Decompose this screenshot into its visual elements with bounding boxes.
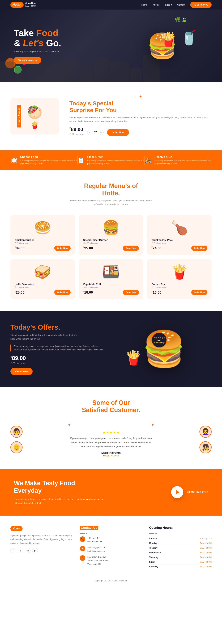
star-3: ★ (110, 431, 112, 434)
nav-home[interactable]: Home (141, 4, 147, 6)
nav-contact[interactable]: Contact (177, 4, 185, 6)
menu-grid: 🥯 Chicken Burger ⏱ 0.35 min away ₹89.00 … (11, 215, 211, 299)
menu-order-btn-0[interactable]: Order Now (54, 246, 70, 251)
play-button[interactable] (171, 486, 183, 498)
testimonial-main: + + ★ ★ ★ ★ ★ If you are going to use a … (28, 422, 194, 457)
customer-name: Marie Hairston (28, 451, 194, 454)
video-text: We Make Testy Food Everyday If you are g… (14, 479, 106, 505)
menu-order-btn-1[interactable]: Order Now (123, 246, 139, 251)
menu-card-img-0: 🥯 (15, 219, 71, 236)
contact-phone: 📞 +880 555 458+2 897 564 458 (80, 536, 142, 544)
testimonial-area: 👩 👴 + + ★ ★ ★ ★ ★ If you are going to us… (11, 422, 211, 457)
location-icon: 📍 (80, 555, 85, 561)
hours-row-sunday: Sunday Closing Day (149, 536, 211, 541)
menu-order-btn-5[interactable]: Order Now (191, 290, 207, 295)
special-fries-image: 🍟 (16, 121, 54, 129)
menu-card-2: 🍗 Chicken Fry Pack ⏱ 0.35 min away ₹74.0… (147, 215, 211, 255)
contact-address: 📍 555 Street, BrooklynStreet New York 80… (80, 555, 142, 566)
receive-go-icon: 🛵 (145, 157, 152, 164)
menu-card-img-4: 🍱 (83, 263, 139, 280)
footer-grid: Hotto. If you are going to use a passage… (11, 526, 211, 569)
phone-icon: 📞 (80, 536, 85, 542)
hero-image: 🍔 🍟 🥤 (113, 34, 211, 58)
social-icons: f t in ▶ (11, 548, 73, 553)
open-label: Open Now (25, 2, 36, 5)
hours-row-tuesday: Tuesday 8AM - 10PM (149, 546, 211, 550)
nav-pages[interactable]: Pages ▾ (164, 4, 172, 6)
menu-price-1: ₹95.00 (83, 246, 93, 250)
menu-card-5: 🍟 French Fry ⏱ 0.35 min away ₹16.00 Orde… (147, 259, 211, 299)
plus-icon-left: + (68, 422, 71, 427)
hero-subtitle: Have any food on your mind? Just order n… (14, 50, 113, 53)
play-icon (176, 490, 179, 494)
contact-email-text: support@gmail.comhotto4@gmail.com (87, 546, 106, 553)
customers-section: Some of Our Satisfied Customer. 👩 👴 + + … (0, 387, 222, 469)
hours-heading: Opening Hours: (149, 526, 211, 530)
menu-card-3: 🥪 Hotte Sandwise ⏱ 0.35 min away ₹25.00 … (11, 259, 75, 299)
contact-heading: Contact Us (80, 526, 142, 530)
today-menu-button[interactable]: Today's menu → (14, 57, 41, 64)
avatars-right: 👩‍🦱 👧 (199, 426, 211, 453)
menu-card-name-4: Vegetable Roll (83, 283, 139, 286)
special-order-button[interactable]: Order Now (107, 129, 129, 136)
logo-area: Hotto. Open Now 8AM - 11PM (11, 2, 36, 8)
offers-image: Buy Burger with "French Fry" 🍔 🍟 (116, 329, 211, 370)
step-receive-go: 🛵 Receive & Go It is a long established … (145, 156, 211, 165)
step-choose-food: 🍽️ Choose Food It is a long established … (11, 156, 77, 165)
menu-card-bottom-2: ₹74.00 Order Now (151, 246, 207, 251)
step-desc-3: It is a long established fact that will … (154, 159, 211, 165)
avatar-4: 👧 (199, 441, 211, 453)
special-food-image: 🥙 (16, 105, 54, 120)
offers-heading: Today's Offers. (11, 324, 106, 331)
video-label: 20 Minutes Intro (187, 491, 208, 494)
menu-card-img-3: 🥪 (15, 263, 71, 280)
step-receive-go-text: Receive & Go It is a long established fa… (154, 156, 211, 165)
leaves-decoration: 🌿🍃 (174, 16, 187, 22)
nav-about[interactable]: About (153, 4, 158, 6)
menu-card-meta-2: ⏱ 0.35 min away (151, 242, 207, 244)
footer-about-text: If you are going to use a passage of ore… (11, 534, 73, 545)
menu-card-name-5: French Fry (151, 283, 207, 286)
social-facebook[interactable]: f (11, 548, 16, 553)
social-twitter[interactable]: t (18, 548, 23, 553)
menu-card-4: 🍱 Vegetable Roll ⏱ 0.35 min away ₹18.00 … (79, 259, 143, 299)
step-place-order-text: Place Order It is a long established fac… (87, 156, 144, 165)
special-actions: ₹89.00 ⏱ 20 min away − 02 + Order Now (69, 127, 211, 138)
menu-card-name-3: Hotte Sandwise (15, 283, 71, 286)
special-heading: Today's Special Surprise For You (69, 100, 211, 114)
contact-email: ✉ support@gmail.comhotto4@gmail.com (80, 546, 142, 553)
menu-price-2: ₹74.00 (151, 246, 161, 250)
offers-meta: ⏱ 35 min away (11, 362, 106, 364)
step-place-order: 📋 Place Order It is a long established f… (78, 156, 144, 165)
offers-fries-image: 🍟 (125, 350, 142, 366)
qty-increase-button[interactable]: + (99, 130, 104, 135)
menu-card-meta-1: ⏱ 0.35 min away (83, 242, 139, 244)
offers-price: ₹89.00 (11, 355, 106, 361)
chevron-down-icon: ▾ (171, 4, 172, 6)
menu-order-btn-2[interactable]: Order Now (191, 246, 207, 251)
header: Hotto. Open Now 8AM - 11PM Home About Pa… (0, 0, 222, 10)
contact-phone-text: +880 555 458+2 897 564 458 (87, 536, 102, 544)
menu-order-btn-4[interactable]: Order Now (123, 290, 139, 295)
social-youtube[interactable]: ▶ (32, 548, 38, 553)
video-section: We Make Testy Food Everyday If you are g… (0, 469, 222, 516)
qty-decrease-button[interactable]: − (87, 130, 92, 135)
contact-underline (80, 533, 142, 534)
menu-price-3: ₹25.00 (15, 290, 25, 294)
hero-section: 🌿🍃 Take Food & Let's Go. Have any food o… (0, 10, 222, 82)
hours-row-saturday: Saturday 8AM - 10PM (149, 564, 211, 569)
phone-button[interactable]: +2 364 98 672 (190, 2, 212, 8)
hero-drink-image: 🥤 (180, 30, 198, 46)
menu-card-1: 🍔 Special Beef Burger ⏱ 0.35 min away ₹9… (79, 215, 143, 255)
offers-order-button[interactable]: Order Now (11, 368, 33, 375)
hours-row-monday: Monday 8AM - 10PM (149, 541, 211, 546)
social-instagram[interactable]: in (25, 548, 31, 553)
menu-card-img-1: 🍔 (83, 219, 139, 236)
special-section: Today's Special 🥙 🍟 ✦ Today's Special Su… (0, 82, 222, 150)
customer-role: Happy Customer (28, 454, 194, 457)
menu-order-btn-3[interactable]: Order Now (54, 290, 70, 295)
offers-section: Today's Offers. It is a long established… (0, 311, 222, 387)
menu-card-bottom-3: ₹25.00 Order Now (15, 290, 71, 295)
customers-heading: Some of Our Satisfied Customer. (11, 399, 211, 414)
footer-hours-column: Opening Hours: Sunday Closing Day Monday… (149, 526, 211, 569)
